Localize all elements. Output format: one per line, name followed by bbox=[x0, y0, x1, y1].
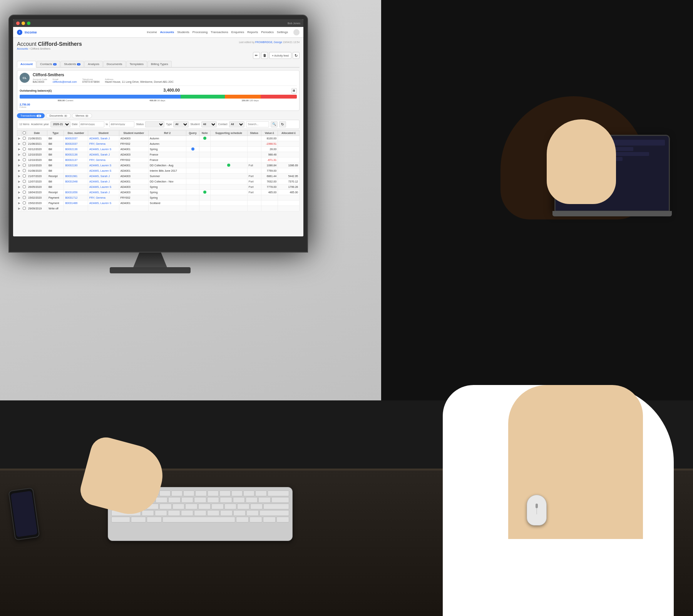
row-expand[interactable]: ▶ bbox=[17, 179, 22, 184]
row-doc[interactable]: B0031486 bbox=[64, 200, 88, 206]
row-checkbox[interactable] bbox=[22, 136, 27, 141]
row-doc[interactable] bbox=[64, 168, 88, 173]
row-student[interactable]: FRY, Gemma bbox=[88, 141, 119, 146]
academic-year-select[interactable]: 2020-21 bbox=[50, 121, 70, 127]
tab-students[interactable]: Students 4 bbox=[60, 61, 84, 67]
maximize-dot[interactable] bbox=[27, 22, 30, 25]
mouse[interactable] bbox=[527, 495, 547, 526]
row-expand[interactable]: ▶ bbox=[17, 206, 22, 211]
row-doc[interactable]: B0031656 bbox=[64, 189, 88, 195]
row-query[interactable] bbox=[186, 141, 199, 146]
nav-reports[interactable]: Reports bbox=[247, 30, 258, 34]
nav-students[interactable]: Students bbox=[177, 30, 189, 34]
row-checkbox[interactable] bbox=[22, 152, 27, 157]
row-query[interactable] bbox=[186, 168, 199, 173]
row-student[interactable]: ADAMS, Lauren S bbox=[88, 168, 119, 173]
sub-tab-memos[interactable]: Memos 0 bbox=[72, 113, 92, 118]
sub-tab-transactions[interactable]: Transactions 12 bbox=[17, 113, 45, 118]
balance-expand-btn[interactable]: ⊞ bbox=[291, 88, 297, 94]
refresh-table-btn[interactable]: ↻ bbox=[279, 121, 286, 127]
student-select[interactable]: All bbox=[201, 121, 217, 127]
row-expand[interactable]: ▶ bbox=[17, 141, 22, 146]
row-expand[interactable]: ▶ bbox=[17, 200, 22, 206]
row-query[interactable] bbox=[186, 146, 199, 152]
row-doc[interactable]: B0031981 bbox=[64, 173, 88, 179]
nav-enquiries[interactable]: Enquiries bbox=[231, 30, 244, 34]
col-note[interactable]: Note bbox=[199, 130, 210, 136]
minimize-dot[interactable] bbox=[22, 22, 25, 25]
row-expand[interactable]: ▶ bbox=[17, 157, 22, 162]
col-allocated[interactable]: Allocated £ bbox=[278, 130, 300, 136]
tab-contacts[interactable]: Contacts 4 bbox=[37, 61, 60, 67]
row-expand[interactable]: ▶ bbox=[17, 136, 22, 141]
row-checkbox[interactable] bbox=[22, 157, 27, 162]
row-doc[interactable] bbox=[64, 184, 88, 189]
row-student[interactable]: ADAMS, Lauren S bbox=[88, 184, 119, 189]
row-student[interactable]: FRY, Gemma bbox=[88, 157, 119, 162]
col-student-num[interactable]: Student number bbox=[119, 130, 148, 136]
refresh-button[interactable]: ↻ bbox=[293, 52, 300, 59]
nav-periodics[interactable]: Periodics bbox=[261, 30, 274, 34]
row-checkbox[interactable] bbox=[22, 168, 27, 173]
col-type[interactable]: Type bbox=[47, 130, 64, 136]
tab-documents[interactable]: Documents bbox=[103, 61, 126, 67]
date-from-input[interactable] bbox=[79, 121, 104, 127]
breadcrumb-accounts-link[interactable]: Accounts bbox=[17, 47, 28, 50]
tab-billing-types[interactable]: Billing Types bbox=[147, 61, 172, 67]
row-checkbox[interactable] bbox=[22, 195, 27, 200]
row-expand[interactable]: ▶ bbox=[17, 146, 22, 152]
row-query[interactable] bbox=[186, 195, 199, 200]
row-student[interactable]: ADAMS, Lauren S bbox=[88, 162, 119, 168]
col-query[interactable]: Query bbox=[186, 130, 199, 136]
row-expand[interactable]: ▶ bbox=[17, 189, 22, 195]
nav-processing[interactable]: Processing bbox=[192, 30, 208, 34]
row-query[interactable] bbox=[186, 136, 199, 141]
type-select[interactable]: All bbox=[173, 121, 189, 127]
nav-transactions[interactable]: Transactions bbox=[211, 30, 228, 34]
row-query[interactable] bbox=[186, 157, 199, 162]
tab-analysis[interactable]: Analysis bbox=[84, 61, 103, 67]
col-date[interactable]: Date bbox=[27, 130, 47, 136]
row-query[interactable] bbox=[186, 189, 199, 195]
date-to-input[interactable] bbox=[109, 121, 134, 127]
row-student[interactable]: ADAMS, Sarah J bbox=[88, 152, 119, 157]
row-doc[interactable]: B0002037 bbox=[64, 141, 88, 146]
row-checkbox[interactable] bbox=[22, 141, 27, 146]
row-doc[interactable]: B0031948 bbox=[64, 179, 88, 184]
col-student[interactable]: Student bbox=[88, 130, 119, 136]
row-expand[interactable]: ▶ bbox=[17, 195, 22, 200]
tab-account[interactable]: Account bbox=[17, 61, 36, 68]
row-student[interactable]: ADAMS, Sarah J bbox=[88, 189, 119, 195]
select-all-checkbox[interactable] bbox=[23, 131, 26, 134]
row-doc[interactable]: B0031712 bbox=[64, 195, 88, 200]
row-query[interactable] bbox=[186, 152, 199, 157]
row-checkbox[interactable] bbox=[22, 189, 27, 195]
row-doc[interactable]: B0002136 bbox=[64, 146, 88, 152]
row-doc[interactable]: B0002137 bbox=[64, 157, 88, 162]
col-value[interactable]: Value £ bbox=[261, 130, 278, 136]
col-doc[interactable]: Doc. number bbox=[64, 130, 88, 136]
row-student[interactable]: ADAMS, Lauren S bbox=[88, 146, 119, 152]
close-dot[interactable] bbox=[16, 22, 20, 25]
row-query[interactable] bbox=[186, 206, 199, 211]
row-student[interactable] bbox=[88, 206, 119, 211]
row-query[interactable] bbox=[186, 179, 199, 184]
row-student[interactable]: ADAMS, Sarah J bbox=[88, 136, 119, 141]
col-schedule[interactable]: Supporting schedule bbox=[210, 130, 247, 136]
row-student[interactable]: ADAMS, Sarah J bbox=[88, 179, 119, 184]
nav-accounts[interactable]: Accounts bbox=[160, 30, 174, 34]
row-checkbox[interactable] bbox=[22, 200, 27, 206]
row-expand[interactable]: ▶ bbox=[17, 184, 22, 189]
row-checkbox[interactable] bbox=[22, 206, 27, 211]
row-query[interactable] bbox=[186, 184, 199, 189]
row-doc[interactable]: B0002190 bbox=[64, 162, 88, 168]
row-expand[interactable]: ▶ bbox=[17, 168, 22, 173]
row-student[interactable]: ADAMS, Lauren S bbox=[88, 200, 119, 206]
contact-select[interactable]: All bbox=[229, 121, 244, 127]
row-doc[interactable] bbox=[64, 206, 88, 211]
row-expand[interactable]: ▶ bbox=[17, 173, 22, 179]
row-checkbox[interactable] bbox=[22, 179, 27, 184]
row-query[interactable] bbox=[186, 173, 199, 179]
search-input[interactable] bbox=[246, 121, 269, 127]
col-ref2[interactable]: Ref 2 bbox=[149, 130, 186, 136]
